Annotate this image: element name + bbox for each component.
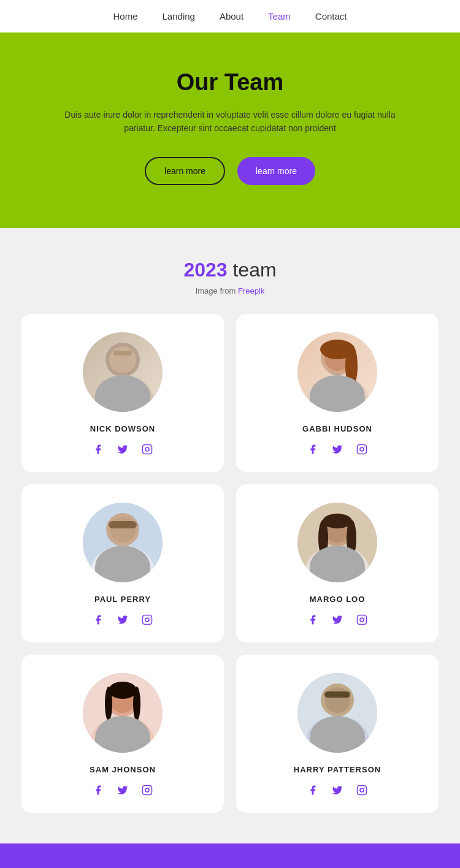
facebook-icon-harry[interactable] — [305, 783, 320, 798]
svg-point-39 — [133, 687, 140, 721]
nav-landing[interactable]: Landing — [163, 11, 195, 21]
member-name-nick: NICK DOWSON — [90, 424, 155, 433]
instagram-icon-gabbi[interactable] — [355, 442, 369, 457]
facebook-icon-paul[interactable] — [91, 612, 105, 627]
svg-rect-19 — [109, 521, 137, 528]
instagram-icon-harry[interactable] — [355, 783, 369, 798]
svg-point-31 — [360, 618, 364, 622]
avatar-margo — [297, 503, 377, 582]
social-icons-paul — [91, 612, 155, 627]
team-card-paul: PAUL PERRY — [21, 484, 224, 642]
instagram-icon-nick[interactable] — [140, 442, 155, 457]
svg-point-49 — [360, 788, 364, 792]
svg-point-38 — [105, 687, 112, 721]
team-card-gabbi: GABBI HUDSON — [236, 314, 439, 472]
svg-point-41 — [145, 788, 149, 792]
social-icons-margo — [305, 612, 369, 627]
twitter-icon-gabbi[interactable] — [330, 442, 345, 457]
facebook-icon-margo[interactable] — [305, 612, 320, 627]
twitter-icon-sam[interactable] — [115, 783, 130, 798]
svg-point-42 — [149, 787, 150, 788]
instagram-icon-sam[interactable] — [140, 783, 155, 798]
main-nav: Home Landing About Team Contact — [0, 0, 460, 32]
learn-more-purple-button[interactable]: learn more — [237, 157, 315, 185]
team-subtitle: Image from Freepik — [18, 286, 442, 295]
twitter-icon-paul[interactable] — [115, 612, 130, 627]
freepik-link[interactable]: Freepik — [238, 286, 264, 295]
team-card-harry: HARRY PATTERSON — [236, 655, 439, 813]
nav-about[interactable]: About — [220, 11, 243, 21]
svg-rect-12 — [358, 444, 367, 454]
social-icons-gabbi — [305, 442, 369, 457]
svg-rect-20 — [143, 615, 152, 624]
svg-point-13 — [360, 447, 364, 451]
member-name-sam: SAM JHONSON — [90, 765, 156, 774]
avatar-sam — [83, 673, 163, 753]
nav-home[interactable]: Home — [113, 11, 138, 21]
instagram-icon-margo[interactable] — [355, 612, 369, 627]
hero-section: Our Team Duis aute irure dolor in repreh… — [0, 32, 460, 228]
hero-buttons: learn more learn more — [61, 157, 399, 185]
instagram-icon-paul[interactable] — [140, 612, 155, 627]
twitter-icon-margo[interactable] — [330, 612, 345, 627]
social-icons-sam — [91, 783, 155, 798]
member-name-gabbi: GABBI HUDSON — [302, 424, 372, 433]
svg-point-18 — [110, 517, 136, 542]
member-name-margo: MARGO LOO — [310, 595, 366, 604]
svg-point-21 — [145, 618, 149, 622]
nav-team[interactable]: Team — [268, 11, 291, 21]
hero-title: Our Team — [61, 69, 399, 96]
svg-point-29 — [318, 520, 328, 557]
member-name-paul: PAUL PERRY — [94, 595, 151, 604]
svg-point-32 — [364, 617, 365, 618]
svg-rect-48 — [358, 785, 367, 794]
svg-point-14 — [364, 446, 365, 447]
team-card-sam: SAM JHONSON — [21, 655, 224, 813]
member-name-harry: HARRY PATTERSON — [294, 765, 381, 774]
team-grid: NICK DOWSON — [21, 314, 439, 813]
svg-rect-30 — [358, 615, 367, 624]
team-word: team — [232, 259, 276, 281]
hero-description: Duis aute irure dolor in reprehenderit i… — [61, 108, 399, 135]
social-icons-harry — [305, 783, 369, 798]
avatar-harry — [297, 673, 377, 753]
svg-point-22 — [149, 617, 150, 618]
svg-point-8 — [305, 375, 369, 412]
twitter-icon-nick[interactable] — [115, 442, 130, 457]
contact-banner: Contact Us Today! Call us today +1 777 0… — [0, 843, 460, 868]
nav-contact[interactable]: Contact — [315, 11, 347, 21]
facebook-icon-gabbi[interactable] — [305, 442, 320, 457]
svg-point-6 — [149, 446, 150, 447]
learn-more-outline-button[interactable]: learn more — [145, 157, 225, 185]
facebook-icon-nick[interactable] — [91, 442, 105, 457]
svg-point-2 — [109, 346, 136, 373]
svg-point-1 — [92, 375, 153, 412]
avatar-gabbi — [297, 332, 377, 412]
svg-point-28 — [347, 520, 356, 557]
svg-point-46 — [324, 687, 350, 713]
svg-point-37 — [109, 682, 137, 699]
facebook-icon-sam[interactable] — [91, 783, 105, 798]
team-card-margo: MARGO LOO — [236, 484, 439, 642]
team-card-nick: NICK DOWSON — [21, 314, 224, 472]
avatar-nick — [83, 332, 163, 412]
svg-rect-47 — [324, 691, 350, 698]
team-section: 2023 team Image from Freepik NICK DOW — [0, 228, 460, 843]
svg-point-5 — [145, 447, 149, 451]
avatar-paul — [83, 503, 163, 582]
svg-point-27 — [323, 514, 352, 528]
svg-rect-3 — [113, 351, 132, 356]
svg-rect-4 — [143, 444, 152, 454]
svg-point-50 — [364, 787, 365, 788]
svg-point-11 — [345, 345, 358, 387]
svg-rect-40 — [143, 785, 152, 794]
twitter-icon-harry[interactable] — [330, 783, 345, 798]
social-icons-nick — [91, 442, 155, 457]
team-year: 2023 — [183, 259, 227, 281]
team-heading: 2023 team — [18, 259, 442, 281]
